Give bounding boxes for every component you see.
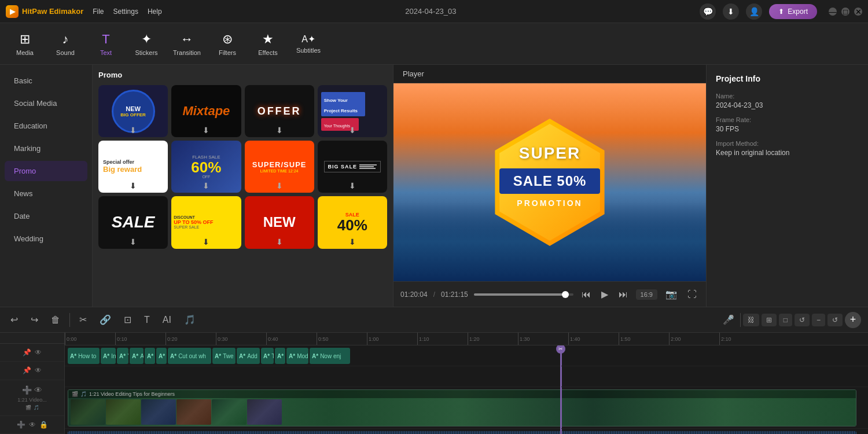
timeline: ↩ ↪ 🗑 ✂ 🔗 ⊡ T AI 🎵 🎤 ⛓ ⊞ □ ↺ − ↺ + 📌 [0, 307, 868, 434]
tool-subtitles[interactable]: A✦ Subtitles [288, 27, 329, 61]
delete-button[interactable]: 🗑 [47, 312, 64, 328]
link-button[interactable]: ⛓ [743, 314, 759, 326]
text-clip[interactable]: A*Add [237, 348, 260, 364]
audio-track-button[interactable]: 🎵 [181, 312, 199, 328]
text-clip[interactable]: A*A [145, 348, 155, 364]
video-eye-icon[interactable]: 👁 [34, 385, 42, 395]
sidebar-item-basic[interactable]: Basic [5, 71, 87, 91]
zoom-out-button[interactable]: − [812, 314, 825, 326]
menu-help[interactable]: Help [148, 8, 162, 16]
download-icon[interactable]: ⬇ [203, 181, 209, 190]
text-track-button[interactable]: T [141, 312, 153, 328]
template-sale-40[interactable]: SALE 40% ⬇ [318, 196, 387, 248]
text-clip[interactable]: A*Twe [212, 348, 236, 364]
audio-eye-icon[interactable]: 👁 [29, 421, 36, 429]
template-results[interactable]: Show Your Project Results Your Thoughts … [318, 85, 387, 137]
tool-media[interactable]: ⊞ Media [5, 27, 45, 61]
template-sale-black[interactable]: SALE ⬇ [98, 196, 168, 248]
download-icon[interactable]: ⬇ [349, 237, 356, 247]
play-button[interactable]: ▶ [599, 286, 610, 302]
tool-transition[interactable]: ↔ Transition [167, 27, 207, 61]
prev-frame-button[interactable]: ⏮ [579, 287, 593, 302]
template-flash-sale[interactable]: FLASH SALE 60% OFF ⬇ [171, 141, 241, 193]
template-super-supe[interactable]: SUPER/SUPE LIMITED TIME 12:24 ⬇ [245, 141, 314, 193]
sidebar-item-date[interactable]: Date [5, 206, 87, 226]
loop-button[interactable]: ↺ [795, 314, 810, 326]
download-icon[interactable]: ⬇ [276, 126, 283, 135]
text-clip[interactable]: A*In [101, 348, 116, 364]
text-clip[interactable]: A*A [156, 348, 167, 364]
menu-settings[interactable]: Settings [113, 8, 138, 16]
export-button[interactable]: ⬆ Export [769, 4, 817, 19]
video-add-icon[interactable]: ➕ [22, 385, 32, 395]
user-icon[interactable]: 👤 [746, 3, 762, 20]
text-clip[interactable]: A*How to [68, 348, 100, 364]
track-pin-icon[interactable]: 📌 [23, 348, 31, 356]
cut-button[interactable]: ✂ [76, 312, 90, 328]
template-discount-50[interactable]: DISCOUNT UP TO 50% OFF SUPER SALE ⬇ [171, 196, 241, 248]
download-icon[interactable]: ⬇ [130, 237, 137, 247]
trim-button[interactable]: □ [779, 314, 792, 326]
sidebar-item-social-media[interactable]: Social Media [5, 93, 87, 113]
crop-button[interactable]: ⊡ [120, 312, 135, 328]
sidebar-item-wedding[interactable]: Wedding [5, 229, 87, 249]
template-mixtape[interactable]: Mixtape ⬇ [171, 85, 241, 137]
text-clip[interactable]: A*Now enj [310, 348, 350, 364]
template-offer[interactable]: OFFER ⬇ [245, 85, 314, 137]
text-clip[interactable]: A*Mod [286, 348, 308, 364]
split-button[interactable]: ⊞ [762, 314, 777, 326]
auto-caption-button[interactable]: AI [159, 312, 175, 328]
download-icon[interactable]: ⬇ [203, 237, 209, 247]
progress-bar[interactable] [474, 293, 573, 296]
download-icon[interactable]: ⬇ [130, 181, 137, 190]
text-clip[interactable]: A*A [275, 348, 285, 364]
download-icon[interactable]: ⬇ [349, 181, 356, 190]
download-icon[interactable]: ⬇ [349, 126, 356, 135]
maximize-button[interactable]: □ [841, 8, 849, 16]
track-pin-icon-2[interactable]: 📌 [23, 366, 31, 374]
next-frame-button[interactable]: ⏭ [616, 287, 630, 302]
track-eye-icon[interactable]: 👁 [35, 348, 42, 356]
audio-waveform[interactable] [68, 431, 856, 434]
mic-button[interactable]: 🎤 [719, 312, 738, 328]
template-big-sale[interactable]: BIG SALE ⬇ [318, 141, 387, 193]
aspect-ratio-button[interactable]: 16:9 [636, 289, 657, 300]
sidebar-item-news[interactable]: News [5, 183, 87, 204]
text-clip[interactable]: A*Cut out wh [168, 348, 211, 364]
download-icon[interactable]: ⬇ [723, 3, 739, 20]
text-clip[interactable]: A*Th [261, 348, 274, 364]
video-clip-label: 1:21 Video Editing Tips for Beginners [89, 391, 175, 397]
audio-add-icon[interactable]: ➕ [17, 421, 25, 429]
tool-text[interactable]: T Text [86, 27, 126, 61]
redo-button[interactable]: ↪ [27, 312, 42, 328]
tool-effects[interactable]: ★ Effects [248, 27, 288, 61]
template-new-big-offer[interactable]: NEW BIG OFFER ⬇ [98, 85, 168, 137]
sidebar-item-promo[interactable]: Promo [5, 161, 87, 181]
sidebar-item-marking[interactable]: Marking [5, 138, 87, 159]
fullscreen-button[interactable]: ⛶ [685, 287, 699, 302]
comment-icon[interactable]: 💬 [700, 3, 716, 20]
detach-button[interactable]: 🔗 [96, 312, 115, 328]
menu-file[interactable]: File [93, 8, 104, 16]
template-new-red[interactable]: NEW ⬇ [245, 196, 314, 248]
track-eye-icon-2[interactable]: 👁 [35, 366, 42, 374]
tool-stickers[interactable]: ✦ Stickers [126, 27, 167, 61]
sidebar-item-education[interactable]: Education [5, 116, 87, 136]
close-button[interactable]: ✕ [854, 8, 862, 16]
text-clip[interactable]: A*Y [117, 348, 128, 364]
undo-button[interactable]: ↩ [7, 312, 21, 328]
audio-lock-icon[interactable]: 🔒 [39, 421, 48, 429]
rewind-button[interactable]: ↺ [827, 314, 843, 326]
tool-sound[interactable]: ♪ Sound [45, 27, 86, 61]
download-icon[interactable]: ⬇ [276, 181, 283, 190]
tool-filters[interactable]: ⊛ Filters [207, 27, 248, 61]
minimize-button[interactable]: — [829, 8, 837, 16]
snapshot-button[interactable]: 📷 [663, 286, 679, 302]
download-icon[interactable]: ⬇ [276, 237, 283, 247]
add-track-button[interactable]: + [845, 312, 861, 328]
video-clip[interactable]: 🎬 🎵 1:21 Video Editing Tips for Beginner… [68, 389, 856, 426]
template-special-big-reward[interactable]: Special offer Big reward ⬇ [98, 141, 168, 193]
download-icon[interactable]: ⬇ [130, 126, 137, 135]
download-icon[interactable]: ⬇ [203, 126, 209, 135]
text-clip[interactable]: A*A [130, 348, 144, 364]
